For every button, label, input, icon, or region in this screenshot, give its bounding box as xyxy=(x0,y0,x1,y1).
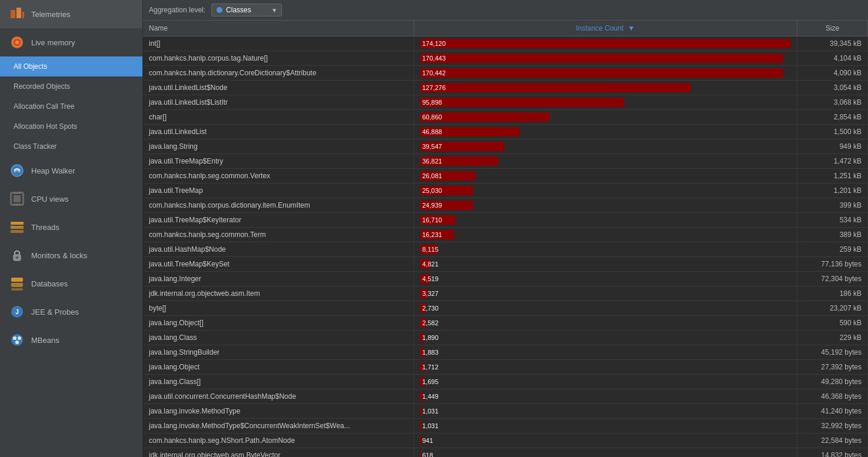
cell-count: 1,449 xyxy=(414,389,797,404)
cell-name: java.util.TreeMap$KeySet xyxy=(143,257,414,272)
sidebar-item-cpu-views[interactable]: CPU views xyxy=(0,185,142,213)
sidebar-item-label-telemetries: Telemetries xyxy=(31,10,70,19)
table-row[interactable]: java.util.LinkedList$Node 127,276 3,054 … xyxy=(143,81,868,95)
sidebar-subitem-label-class-tracker: Class Tracker xyxy=(14,142,56,151)
col-header-size[interactable]: Size xyxy=(797,21,868,36)
cell-name: java.util.concurrent.ConcurrentHashMap$N… xyxy=(143,389,414,404)
sidebar-subitem-allocation-hot-spots[interactable]: Allocation Hot Spots xyxy=(0,116,142,136)
sidebar-item-threads[interactable]: Threads xyxy=(0,213,142,241)
table-row[interactable]: java.util.TreeMap$KeySet 4,821 77,136 by… xyxy=(143,257,868,272)
sidebar-item-live-memory[interactable]: Live memory xyxy=(0,28,142,56)
cell-size: 534 kB xyxy=(797,213,868,228)
table-row[interactable]: jdk.internal.org.objectweb.asm.ByteVecto… xyxy=(143,448,868,458)
cell-size: 14,832 bytes xyxy=(797,448,868,458)
cell-count: 25,030 xyxy=(414,184,797,198)
table-row[interactable]: com.hankcs.hanlp.corpus.dictionary.item.… xyxy=(143,198,868,213)
sidebar-item-telemetries[interactable]: Telemetries xyxy=(0,0,142,28)
table-row[interactable]: java.lang.Object[] 2,582 590 kB xyxy=(143,316,868,331)
table-row[interactable]: java.lang.invoke.MethodType 1,031 41,240… xyxy=(143,404,868,419)
cell-count: 1,883 xyxy=(414,345,797,360)
cell-count: 16,231 xyxy=(414,228,797,242)
col-header-count[interactable]: Instance Count ▼ xyxy=(414,21,797,36)
table-row[interactable]: java.lang.Object 1,712 27,392 bytes xyxy=(143,360,868,375)
aggregation-label: Aggregation level: xyxy=(149,6,205,14)
sidebar-subitem-all-objects[interactable]: All Objects xyxy=(0,56,142,76)
table-row[interactable]: int[] 174,120 39,345 kB xyxy=(143,36,868,51)
table-row[interactable]: com.hankcs.hanlp.seg.common.Vertex 26,08… xyxy=(143,169,868,184)
cell-size: 45,192 bytes xyxy=(797,345,868,360)
table-row[interactable]: char[] 60,860 2,854 kB xyxy=(143,110,868,125)
table-row[interactable]: com.hankcs.hanlp.seg.NShort.Path.AtomNod… xyxy=(143,433,868,448)
table-row[interactable]: java.lang.String 39,547 949 kB xyxy=(143,139,868,154)
table-row[interactable]: java.lang.Class 1,890 229 kB xyxy=(143,331,868,345)
table-row[interactable]: java.util.LinkedList$ListItr 95,898 3,06… xyxy=(143,95,868,110)
cell-size: 1,251 kB xyxy=(797,169,868,184)
table-row[interactable]: java.util.concurrent.ConcurrentHashMap$N… xyxy=(143,389,868,404)
cell-count: 1,031 xyxy=(414,404,797,419)
aggregation-value: Classes xyxy=(226,6,251,14)
cell-count: 1,890 xyxy=(414,331,797,345)
table-row[interactable]: java.util.TreeMap$KeyIterator 16,710 534… xyxy=(143,213,868,228)
sidebar-item-jee-probes[interactable]: J JEE & Probes xyxy=(0,298,142,326)
cell-name: com.hankcs.hanlp.seg.NShort.Path.AtomNod… xyxy=(143,433,414,448)
sidebar-subitem-allocation-call-tree[interactable]: Allocation Call Tree xyxy=(0,96,142,116)
sidebar-subitem-class-tracker[interactable]: Class Tracker xyxy=(0,136,142,156)
cell-size: 23,207 kB xyxy=(797,301,868,316)
aggregation-select-btn[interactable]: Classes xyxy=(211,4,282,16)
cell-name: java.util.LinkedList$Node xyxy=(143,81,414,95)
cell-name: com.hankcs.hanlp.corpus.dictionary.item.… xyxy=(143,198,414,213)
table-row[interactable]: java.lang.Class[] 1,695 49,280 bytes xyxy=(143,375,868,389)
cell-name: java.lang.invoke.MethodType$ConcurrentWe… xyxy=(143,419,414,433)
aggregation-select-wrapper[interactable]: Classes ▼ xyxy=(211,4,282,16)
cell-count: 39,547 xyxy=(414,139,797,154)
threads-icon xyxy=(9,219,25,235)
cell-count: 618 xyxy=(414,448,797,458)
cell-name: com.hankcs.hanlp.corpus.tag.Nature[] xyxy=(143,51,414,66)
cell-count: 170,443 xyxy=(414,51,797,66)
cell-name: java.util.TreeMap$Entry xyxy=(143,154,414,169)
cell-count: 95,898 xyxy=(414,95,797,110)
monitors-icon xyxy=(9,247,25,263)
sidebar-item-label-cpu: CPU views xyxy=(31,195,69,204)
table-row[interactable]: jdk.internal.org.objectweb.asm.Item 3,32… xyxy=(143,286,868,301)
sidebar-subitem-label-all-objects: All Objects xyxy=(14,62,47,71)
cell-count: 3,327 xyxy=(414,286,797,301)
svg-rect-0 xyxy=(11,10,15,18)
cell-size: 949 kB xyxy=(797,139,868,154)
table-row[interactable]: java.lang.StringBuilder 1,883 45,192 byt… xyxy=(143,345,868,360)
cell-count: 4,821 xyxy=(414,257,797,272)
sidebar-item-mbeans[interactable]: MBeans xyxy=(0,326,142,354)
table-row[interactable]: java.util.LinkedList 46,888 1,500 kB xyxy=(143,125,868,139)
table-row[interactable]: java.util.HashMap$Node 8,115 259 kB xyxy=(143,242,868,257)
cell-size: 1,472 kB xyxy=(797,154,868,169)
table-row[interactable]: com.hankcs.hanlp.corpus.tag.Nature[] 170… xyxy=(143,51,868,66)
sidebar: Telemetries Live memory All Objects Reco… xyxy=(0,0,143,457)
sidebar-item-databases[interactable]: Databases xyxy=(0,269,142,298)
table-row[interactable]: com.hankcs.hanlp.seg.common.Term 16,231 … xyxy=(143,228,868,242)
cell-name: com.hankcs.hanlp.dictionary.CoreDictiona… xyxy=(143,66,414,81)
col-header-name[interactable]: Name xyxy=(143,21,414,36)
table-row[interactable]: java.lang.Integer 4,519 72,304 bytes xyxy=(143,272,868,286)
svg-point-5 xyxy=(15,41,19,44)
sidebar-subitem-label-call-tree: Allocation Call Tree xyxy=(14,102,74,111)
cell-size: 3,054 kB xyxy=(797,81,868,95)
sidebar-item-label-databases: Databases xyxy=(31,279,68,288)
cell-count: 36,821 xyxy=(414,154,797,169)
table-row[interactable]: com.hankcs.hanlp.dictionary.CoreDictiona… xyxy=(143,66,868,81)
cell-size: 389 kB xyxy=(797,228,868,242)
data-table-container[interactable]: Name Instance Count ▼ Size int[] 174 xyxy=(143,21,868,457)
cell-count: 24,939 xyxy=(414,198,797,213)
table-row[interactable]: java.util.TreeMap$Entry 36,821 1,472 kB xyxy=(143,154,868,169)
cell-name: java.lang.String xyxy=(143,139,414,154)
table-row[interactable]: byte[] 2,730 23,207 kB xyxy=(143,301,868,316)
jee-icon: J xyxy=(9,303,25,320)
cell-name: byte[] xyxy=(143,301,414,316)
objects-table: Name Instance Count ▼ Size int[] 174 xyxy=(143,21,868,457)
cell-size: 259 kB xyxy=(797,242,868,257)
aggregation-bar: Aggregation level: Classes ▼ xyxy=(143,0,868,21)
sidebar-item-heap-walker[interactable]: Heap Walker xyxy=(0,156,142,185)
table-row[interactable]: java.lang.invoke.MethodType$ConcurrentWe… xyxy=(143,419,868,433)
sidebar-item-monitors-locks[interactable]: Monitors & locks xyxy=(0,241,142,269)
sidebar-subitem-recorded-objects[interactable]: Recorded Objects xyxy=(0,76,142,96)
table-row[interactable]: java.util.TreeMap 25,030 1,201 kB xyxy=(143,184,868,198)
